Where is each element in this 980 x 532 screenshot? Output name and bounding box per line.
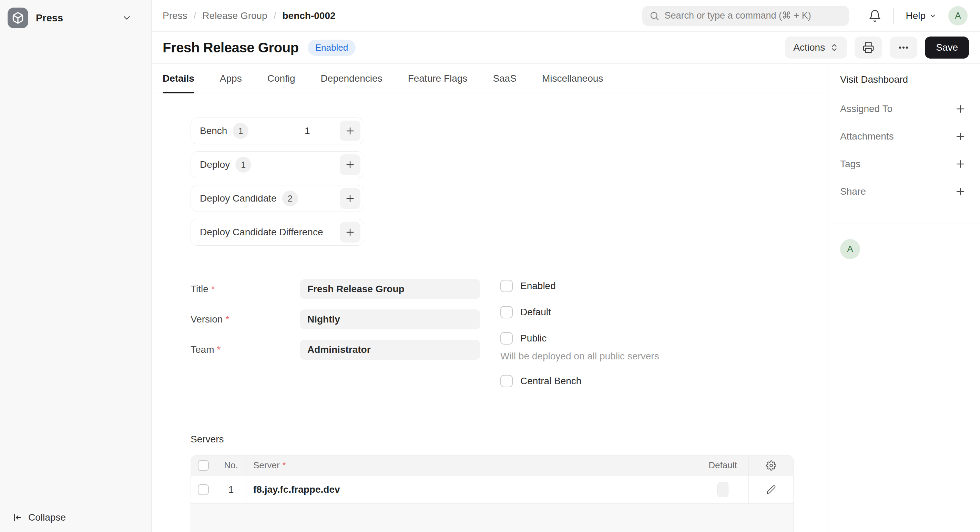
right-panel: Visit Dashboard Assigned To Attachments …: [828, 64, 980, 532]
checkbox-row-default: Default: [500, 306, 659, 318]
link-count-badge: 2: [282, 191, 298, 206]
document-content: Details Apps Config Dependencies Feature…: [152, 64, 828, 532]
link-card-bench[interactable]: Bench 1 1: [191, 118, 364, 145]
form-checkboxes: Enabled Default Public: [500, 279, 659, 401]
tab-config[interactable]: Config: [267, 64, 295, 93]
plus-icon: [955, 158, 966, 170]
row-no-cell: 1: [216, 475, 246, 503]
public-checkbox[interactable]: [500, 332, 513, 345]
more-options-button[interactable]: [890, 37, 917, 59]
row-select-checkbox[interactable]: [198, 484, 209, 495]
plus-icon: [955, 103, 966, 115]
attachments-label: Attachments: [840, 131, 894, 142]
help-label: Help: [905, 10, 926, 21]
breadcrumb-current: bench-0002: [282, 10, 335, 21]
tags-label: Tags: [840, 159, 861, 170]
press-logo: [8, 8, 28, 28]
global-search[interactable]: [642, 6, 849, 26]
row-default-checkbox[interactable]: [718, 482, 729, 497]
add-attachment-button[interactable]: [955, 130, 966, 142]
link-card-deploy-candidate[interactable]: Deploy Candidate 2: [191, 185, 364, 212]
collapse-sidebar-button[interactable]: Collapse: [13, 512, 66, 523]
chevrons-up-down-icon: [830, 43, 839, 52]
save-button[interactable]: Save: [925, 37, 969, 59]
title-input[interactable]: [300, 279, 480, 299]
viewer-avatar[interactable]: A: [840, 239, 860, 259]
team-input[interactable]: [300, 340, 480, 360]
pencil-icon: [766, 485, 776, 494]
plus-icon: [955, 130, 966, 142]
required-mark: *: [225, 314, 229, 325]
edit-row-button[interactable]: [766, 485, 776, 494]
field-label-text: Version: [191, 314, 223, 325]
add-deploy-candidate-difference-button[interactable]: [340, 222, 360, 243]
checkbox-row-public: Public: [500, 332, 659, 345]
add-tag-button[interactable]: [955, 158, 966, 170]
plus-icon: [345, 227, 356, 238]
ellipsis-icon: [898, 42, 909, 53]
link-card-deploy-candidate-difference[interactable]: Deploy Candidate Difference: [191, 219, 364, 246]
notifications-button[interactable]: [869, 9, 881, 22]
checkbox-row-enabled: Enabled: [500, 280, 659, 292]
tab-feature-flags[interactable]: Feature Flags: [408, 64, 468, 93]
search-icon: [649, 11, 660, 21]
add-bench-button[interactable]: [340, 121, 360, 141]
checkbox-label: Enabled: [520, 281, 556, 292]
user-avatar[interactable]: A: [948, 6, 967, 25]
help-menu[interactable]: Help: [905, 10, 937, 21]
bell-icon: [869, 9, 881, 22]
panel-item-share: Share: [840, 186, 966, 197]
plus-icon: [345, 193, 356, 204]
version-input[interactable]: [300, 310, 480, 329]
field-title: Title*: [191, 279, 500, 299]
field-label: Title*: [191, 284, 300, 295]
add-assignment-button[interactable]: [955, 103, 966, 115]
tab-dependencies[interactable]: Dependencies: [321, 64, 382, 93]
assigned-to-label: Assigned To: [840, 103, 892, 114]
topbar: Press / Release Group / bench-0002: [152, 0, 980, 32]
header-server-cell: Server*: [246, 456, 697, 475]
field-label: Version*: [191, 314, 300, 325]
add-deploy-candidate-button[interactable]: [340, 188, 360, 209]
breadcrumb: Press / Release Group / bench-0002: [163, 10, 336, 21]
checkbox-label: Central Bench: [520, 376, 581, 387]
servers-table-header: No. Server* Default: [191, 456, 793, 475]
grid-settings-button[interactable]: [766, 461, 776, 471]
breadcrumb-release-group[interactable]: Release Group: [202, 10, 267, 21]
check-icon: [503, 334, 511, 343]
servers-table: No. Server* Default: [191, 455, 794, 504]
default-checkbox[interactable]: [500, 306, 513, 318]
link-count-badge: 1: [235, 157, 251, 173]
document-actions: Actions Save: [785, 37, 969, 59]
breadcrumb-press[interactable]: Press: [163, 10, 188, 21]
tab-bar: Details Apps Config Dependencies Feature…: [152, 64, 828, 94]
visit-dashboard-link[interactable]: Visit Dashboard: [840, 74, 966, 85]
header-no-cell: No.: [216, 456, 246, 475]
row-edit-cell: [748, 475, 793, 503]
topbar-divider: [893, 8, 894, 24]
tab-details[interactable]: Details: [163, 64, 194, 93]
row-server-cell[interactable]: f8.jay.fc.frappe.dev: [246, 475, 697, 503]
tab-apps[interactable]: Apps: [220, 64, 242, 93]
enabled-checkbox[interactable]: [500, 280, 513, 292]
tab-miscellaneous[interactable]: Miscellaneous: [542, 64, 603, 93]
servers-section: Servers No. Server* Default: [152, 420, 828, 532]
panel-item-assigned-to: Assigned To: [840, 103, 966, 115]
row-select-cell: [191, 475, 216, 503]
sidebar: Press Collapse: [0, 0, 152, 532]
search-input[interactable]: [664, 10, 842, 21]
linked-documents-section: Bench 1 1 Deploy 1: [152, 94, 828, 263]
central-bench-checkbox[interactable]: [500, 375, 513, 387]
breadcrumb-separator: /: [194, 10, 196, 21]
plus-icon: [345, 159, 356, 170]
collapse-label: Collapse: [28, 512, 66, 523]
print-button[interactable]: [854, 37, 882, 59]
tab-saas[interactable]: SaaS: [493, 64, 517, 93]
link-card-deploy[interactable]: Deploy 1: [191, 151, 364, 178]
share-label: Share: [840, 186, 866, 197]
actions-dropdown-button[interactable]: Actions: [785, 37, 847, 59]
app-switcher[interactable]: Press: [0, 0, 151, 36]
select-all-checkbox[interactable]: [198, 460, 209, 471]
add-deploy-button[interactable]: [340, 154, 360, 175]
share-button[interactable]: [955, 186, 966, 197]
